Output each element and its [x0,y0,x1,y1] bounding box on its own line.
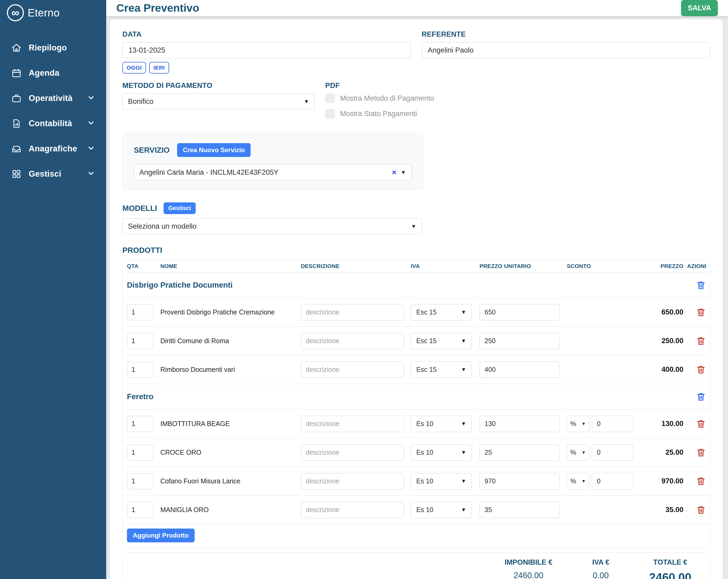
delete-row-icon[interactable] [696,336,706,346]
prodotti-table: QTA NOME DESCRIZIONE IVA PREZZO UNITARIO… [122,259,710,549]
row-price: 650.00 [638,308,683,316]
oggi-button[interactable]: OGGI [122,62,146,74]
sconto-tipo-select[interactable]: %▼ [567,444,589,461]
delete-row-icon[interactable] [696,505,706,515]
prodotti-label: PRODOTTI [122,246,710,255]
sidebar-nav: Riepilogo Agenda Operatività Contabilità… [0,35,106,186]
iva-select[interactable]: Es 10▼ [411,444,472,461]
sconto-input[interactable] [592,444,633,461]
iva-select[interactable]: Es 10▼ [411,473,472,489]
gestisci-modelli-button[interactable]: Gestisci [163,202,196,214]
descrizione-input[interactable] [301,444,404,461]
qta-input[interactable] [127,445,153,460]
modelli-select[interactable]: Seleziona un modello ▼ [122,218,422,234]
topbar: Crea Preventivo SALVA [106,0,728,16]
descrizione-input[interactable] [301,304,404,321]
data-input[interactable] [122,42,411,58]
chevron-down-icon: ▼ [581,450,586,455]
sconto-tipo-select[interactable]: %▼ [567,473,589,489]
app-root: ∞ Eterno Riepilogo Agenda Operatività Co… [0,0,728,579]
servizio-select[interactable]: Angelini Carla Maria - INCLML42E43F205Y … [134,165,412,180]
chevron-down-icon: ▼ [581,422,586,426]
delete-row-icon[interactable] [696,365,706,375]
table-row: MANIGLIA ORO Es 10▼ 35.00 [123,496,710,524]
qta-input[interactable] [127,416,153,432]
descrizione-input[interactable] [301,416,404,432]
prezzo-unitario-input[interactable] [479,416,560,432]
prezzo-unitario-input[interactable] [479,502,560,518]
iva-select[interactable]: Es 10▼ [411,416,472,432]
qta-input[interactable] [127,333,153,349]
col-prezzo-unitario: PREZZO UNITARIO [479,263,563,269]
sidebar-item-label: Gestisci [29,169,61,179]
delete-row-icon[interactable] [696,307,706,317]
qta-input[interactable] [127,362,153,378]
qta-input[interactable] [127,304,153,320]
product-name: IMBOTTITURA BEAGE [160,420,297,428]
sidebar-item-operativita[interactable]: Operatività [0,85,106,111]
sconto-input[interactable] [592,416,633,432]
row-price: 970.00 [638,477,683,485]
qta-input[interactable] [127,473,153,489]
table-row: IMBOTTITURA BEAGE Es 10▼ %▼ 130.00 [123,409,710,438]
col-descrizione: DESCRIZIONE [301,263,407,269]
sidebar-item-gestisci[interactable]: Gestisci [0,161,106,186]
delete-group-icon[interactable] [696,392,706,402]
sidebar-item-riepilogo[interactable]: Riepilogo [0,35,106,60]
servizio-box: SERVIZIO Crea Nuovo Servizio Angelini Ca… [122,133,423,190]
chevron-down-icon [87,119,95,128]
delete-group-icon[interactable] [696,280,706,290]
iva-select[interactable]: Es 10▼ [411,502,472,518]
mostra-stato-checkbox[interactable] [325,109,335,119]
imponibile-total: IMPONIBILE € 2460.00 [504,558,552,579]
product-name: CROCE ORO [160,449,297,456]
col-qta: QTA [127,263,157,269]
data-field-group: DATA OGGI IERI [122,30,411,74]
referente-input[interactable] [422,42,710,58]
servizio-value: Angelini Carla Maria - INCLML42E43F205Y [139,168,279,177]
sidebar-item-anagrafiche[interactable]: Anagrafiche [0,136,106,161]
prezzo-unitario-input[interactable] [479,304,560,321]
sconto-input[interactable] [592,473,633,489]
row-price: 25.00 [638,448,683,457]
iva-select[interactable]: Esc 15▼ [411,333,472,349]
row-price: 35.00 [638,506,683,514]
delete-row-icon[interactable] [696,419,706,429]
prezzo-unitario-input[interactable] [479,473,560,489]
prezzo-unitario-input[interactable] [479,333,560,349]
brand-logo[interactable]: ∞ Eterno [0,0,106,24]
prezzo-unitario-input[interactable] [479,361,560,378]
totale-total: TOTALE € 2460.00 [649,558,691,579]
delete-row-icon[interactable] [696,477,706,486]
crea-nuovo-servizio-button[interactable]: Crea Nuovo Servizio [177,143,251,157]
descrizione-input[interactable] [301,361,404,378]
qta-input[interactable] [127,502,153,518]
descrizione-input[interactable] [301,502,404,518]
sidebar-item-agenda[interactable]: Agenda [0,60,106,85]
delete-row-icon[interactable] [696,448,706,457]
clear-selection-icon[interactable]: × [392,168,397,176]
prezzo-unitario-input[interactable] [479,444,560,461]
descrizione-input[interactable] [301,333,404,349]
sconto-tipo-select[interactable]: %▼ [567,416,589,432]
descrizione-input[interactable] [301,473,404,489]
iva-total: IVA € 0.00 [592,558,609,579]
iva-select[interactable]: Esc 15▼ [411,304,472,321]
page-title: Crea Preventivo [116,2,199,14]
sidebar-item-contabilita[interactable]: Contabilità [0,111,106,136]
metodo-field-group: METODO DI PAGAMENTO Bonifico ▼ [122,81,315,119]
pdf-label: PDF [325,81,710,90]
iva-select[interactable]: Esc 15▼ [411,361,472,378]
metodo-select[interactable]: Bonifico ▼ [122,94,315,109]
checkbox-label: Mostra Stato Pagamenti [340,110,417,118]
home-icon [11,43,22,53]
content-area: DATA OGGI IERI REFERENTE [106,16,728,579]
ieri-button[interactable]: IERI [149,62,169,74]
modelli-placeholder: Seleziona un modello [128,222,197,230]
save-button[interactable]: SALVA [681,0,718,16]
mostra-metodo-checkbox[interactable] [325,94,335,103]
preventivo-card: DATA OGGI IERI REFERENTE [109,19,723,579]
imponibile-value: 2460.00 [504,571,552,579]
aggiungi-prodotto-button[interactable]: Aggiungi Prodotto [127,529,194,542]
chevron-down-icon: ▼ [461,478,466,484]
